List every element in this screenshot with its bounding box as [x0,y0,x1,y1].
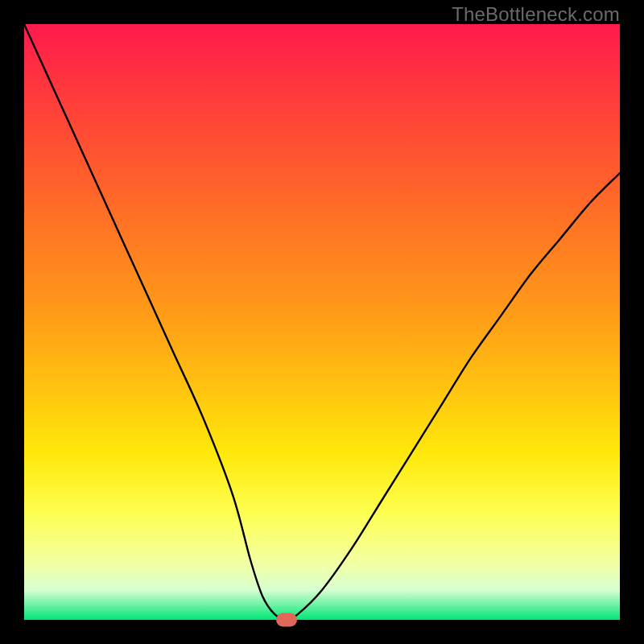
curve-svg [24,24,620,620]
plot-area [24,24,620,620]
chart-frame: TheBottleneck.com [0,0,644,644]
optimum-marker [276,613,297,627]
watermark-text: TheBottleneck.com [452,3,620,26]
bottleneck-curve [24,24,620,620]
